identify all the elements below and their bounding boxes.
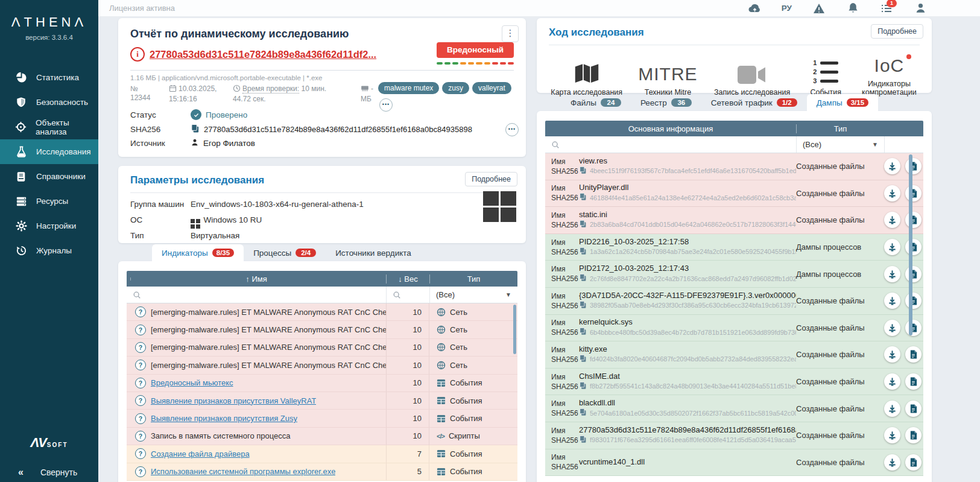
download-button[interactable] xyxy=(884,266,900,282)
download-button[interactable] xyxy=(884,346,900,363)
column-name[interactable]: ↑ Имя xyxy=(127,274,386,284)
copy-icon[interactable] xyxy=(579,435,587,446)
indicators-scrollbar[interactable] xyxy=(513,305,516,354)
sidebar-item-analysis-objects[interactable]: Объекты анализа xyxy=(0,115,98,139)
report-file-button[interactable] xyxy=(905,427,922,443)
indicator-name-link[interactable]: Выявление признаков присутствия Zusy xyxy=(151,414,297,423)
sidebar-item-label: Ресурсы xyxy=(36,197,68,206)
download-button[interactable] xyxy=(884,373,900,390)
sidebar-item-research[interactable]: Исследования xyxy=(0,139,98,164)
indicator-name-cell: ?[emerging-malware.rules] ET MALWARE Ano… xyxy=(127,360,386,370)
warning-icon[interactable] xyxy=(812,2,826,15)
dumps-scrollbar[interactable] xyxy=(909,154,912,335)
sidebar-item-settings[interactable]: Настройки xyxy=(0,214,98,238)
tab-registry[interactable]: Реестр36 xyxy=(631,94,701,111)
download-button[interactable] xyxy=(884,401,900,417)
params-details-button[interactable]: Подробнее xyxy=(465,172,517,186)
copy-icon[interactable] xyxy=(579,408,587,419)
sidebar-item-label: Журналы xyxy=(36,246,72,255)
download-button[interactable] xyxy=(884,427,900,443)
download-button[interactable] xyxy=(884,158,900,174)
type-filter-select[interactable]: (Все)▼ xyxy=(796,136,884,153)
type-filter-select[interactable]: (Все)▼ xyxy=(429,287,517,303)
name-filter-input[interactable] xyxy=(127,287,386,303)
sidebar-item-security[interactable]: Безопасность xyxy=(0,90,98,115)
feature-research-map[interactable]: Карта исследования xyxy=(543,48,630,97)
report-file-button[interactable] xyxy=(905,293,922,309)
copy-icon[interactable] xyxy=(579,192,587,203)
copy-icon[interactable] xyxy=(579,300,587,311)
sidebar-item-journals[interactable]: Журналы xyxy=(0,238,98,263)
dump-type: Дампы процессов xyxy=(796,270,884,279)
weight-filter-input[interactable] xyxy=(386,287,429,303)
tag-pill[interactable]: zusy xyxy=(442,82,469,94)
tab-label: Индикаторы xyxy=(162,249,208,258)
sample-hash-link[interactable]: 27780a53d6d31c511e7824b89e8a436f62d11df2… xyxy=(150,49,376,60)
copy-icon[interactable] xyxy=(579,247,587,258)
feature-mitre-techniques[interactable]: MITREТехники Mitre xyxy=(630,48,705,97)
indicator-name-link[interactable]: Использование системной программы explor… xyxy=(151,467,335,476)
cloud-upload-icon[interactable] xyxy=(748,2,761,15)
copy-icon[interactable] xyxy=(579,166,587,177)
research-params-card: Параметры исследования Подробнее Группа … xyxy=(118,166,526,243)
copy-icon[interactable] xyxy=(191,124,200,135)
column-type[interactable]: Тип xyxy=(796,124,884,133)
language-switcher[interactable]: РУ xyxy=(782,4,792,13)
sha-more-button[interactable]: ••• xyxy=(505,123,519,136)
report-file-button[interactable] xyxy=(905,185,922,201)
sidebar-item-resources[interactable]: Ресурсы xyxy=(0,189,98,214)
column-main-info[interactable]: Основная информация xyxy=(545,124,796,133)
download-button[interactable] xyxy=(884,239,900,255)
more-tags-button[interactable]: ••• xyxy=(379,98,393,112)
tab-files[interactable]: Файлы24 xyxy=(561,94,631,111)
tab-network-traffic[interactable]: Сетевой трафик1/2 xyxy=(701,94,807,111)
row-labels: ИмяSHA256 xyxy=(545,452,579,472)
report-file-button[interactable] xyxy=(905,158,922,174)
feature-research-recording[interactable]: Запись исследования xyxy=(706,48,799,97)
user-icon[interactable] xyxy=(914,2,927,15)
download-button[interactable] xyxy=(884,293,900,309)
sidebar-item-references[interactable]: Справочники xyxy=(0,164,98,189)
feature-events[interactable]: 123События xyxy=(799,48,853,97)
feature-ioc[interactable]: IoCИндикаторы компрометации xyxy=(853,48,926,97)
column-type[interactable]: Тип xyxy=(429,274,517,284)
collapse-button[interactable]: « Свернуть xyxy=(0,463,98,482)
file-name: view.res xyxy=(579,156,796,166)
tab-indicators[interactable]: Индикаторы8/35 xyxy=(152,244,244,261)
progress-details-button[interactable]: Подробнее xyxy=(871,24,923,39)
download-button[interactable] xyxy=(884,454,900,471)
tab-processes[interactable]: Процессы2/4 xyxy=(244,244,326,261)
sidebar-item-statistics[interactable]: Статистика xyxy=(0,65,98,90)
tag-pill[interactable]: malware mutex xyxy=(378,82,439,94)
copy-icon[interactable] xyxy=(579,327,587,338)
download-button[interactable] xyxy=(884,185,900,201)
report-file-button[interactable] xyxy=(905,454,922,471)
indicator-name-link[interactable]: Выявление признаков присутствия ValleyRA… xyxy=(151,396,316,405)
file-sha256: f8b272bf595541c143a8c824a48b09013e4b3ae4… xyxy=(579,381,796,392)
download-button[interactable] xyxy=(884,320,900,336)
report-menu-button[interactable]: ⋮ xyxy=(502,25,519,42)
bell-icon[interactable] xyxy=(846,2,859,15)
report-file-button[interactable] xyxy=(905,239,922,255)
indicator-name-link[interactable]: Вредоносный мьютекс xyxy=(151,378,233,387)
table-icon xyxy=(437,414,446,423)
report-file-button[interactable] xyxy=(905,401,922,417)
report-file-button[interactable] xyxy=(905,212,922,228)
copy-icon[interactable] xyxy=(579,381,587,392)
report-file-button[interactable] xyxy=(905,266,922,282)
report-file-button[interactable] xyxy=(905,346,922,363)
copy-icon[interactable] xyxy=(579,273,587,284)
tag-pill[interactable]: valleyrat xyxy=(472,82,511,94)
tab-dumps[interactable]: Дампы3/15 xyxy=(807,94,878,111)
column-weight[interactable]: ↓ Вес xyxy=(386,274,429,284)
copy-icon[interactable] xyxy=(579,220,587,230)
report-file-button[interactable] xyxy=(905,320,922,336)
indicator-name-link[interactable]: Создание файла драйвера xyxy=(151,449,250,458)
report-file-button[interactable] xyxy=(905,373,922,390)
info-filter-input[interactable] xyxy=(545,136,796,153)
copy-icon[interactable] xyxy=(579,354,587,365)
download-button[interactable] xyxy=(884,212,900,228)
indicator-weight: 10 xyxy=(386,428,429,445)
tab-verdict-sources[interactable]: Источники вердикта xyxy=(326,244,421,261)
tasks-icon[interactable]: 1 xyxy=(880,2,893,15)
